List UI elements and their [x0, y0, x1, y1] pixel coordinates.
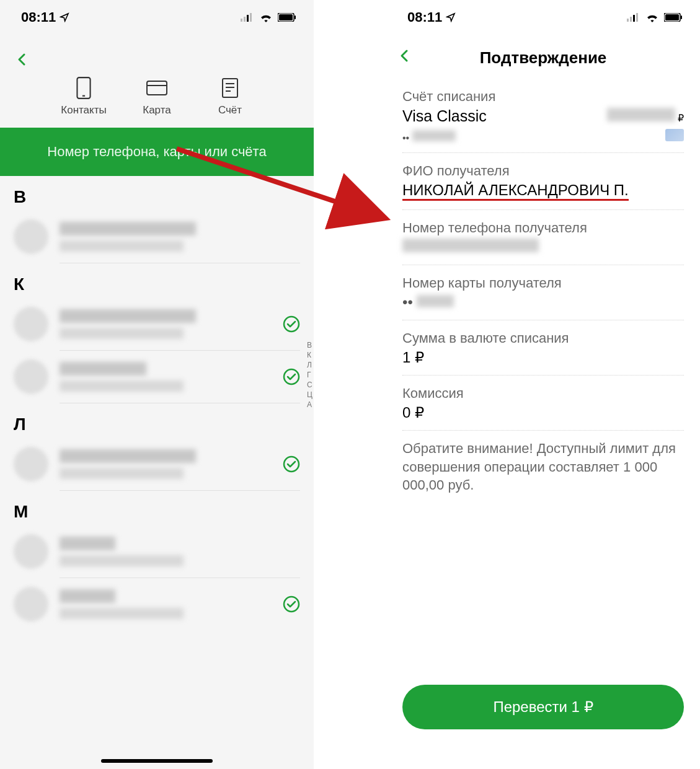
avatar — [14, 447, 48, 481]
contact-row[interactable] — [0, 351, 314, 403]
contact-info — [60, 222, 300, 252]
signal-icon — [627, 13, 640, 22]
contacts-list[interactable]: В К Л — [0, 176, 314, 630]
avatar — [14, 587, 48, 622]
back-button[interactable] — [11, 48, 33, 71]
section-header: Л — [0, 403, 314, 438]
svg-rect-3 — [250, 13, 252, 22]
battery-icon — [664, 13, 683, 22]
field-amount: Сумма в валюте списания 1 ₽ — [402, 320, 684, 376]
transfer-button[interactable]: Перевести 1 ₽ — [402, 685, 684, 729]
field-recipient-name: ФИО получателя НИКОЛАЙ АЛЕКСАНДРОВИЧ П. — [402, 153, 684, 210]
svg-point-18 — [284, 597, 299, 612]
amount-value: 1 ₽ — [402, 349, 684, 366]
field-label: Счёт списания — [402, 89, 684, 105]
field-recipient-card: Номер карты получателя •• — [402, 265, 684, 320]
tab-label: Счёт — [218, 104, 242, 116]
card-thumbnail-icon — [665, 129, 684, 141]
svg-point-17 — [284, 457, 299, 472]
signal-icon — [241, 13, 254, 22]
section-header: В — [0, 176, 314, 211]
tab-label: Карта — [143, 104, 171, 116]
account-name: Visa Classic — [402, 107, 487, 125]
card-icon — [144, 76, 169, 100]
contact-row[interactable] — [0, 298, 314, 350]
recipient-card: •• — [402, 294, 684, 311]
home-indicator[interactable] — [101, 759, 213, 763]
status-time: 08:11 — [21, 9, 69, 25]
section-header: К — [0, 263, 314, 298]
search-input[interactable]: Номер телефона, карты или счёта — [0, 128, 314, 176]
sber-check-icon — [283, 455, 300, 473]
contact-info — [60, 309, 272, 339]
contact-info — [60, 449, 272, 479]
wifi-icon — [259, 12, 273, 22]
field-label: Номер телефона получателя — [402, 220, 684, 236]
field-recipient-phone: Номер телефона получателя — [402, 210, 684, 265]
location-icon — [446, 12, 456, 22]
status-icons — [241, 12, 296, 22]
tab-card[interactable]: Карта — [130, 76, 184, 116]
svg-rect-20 — [630, 17, 632, 22]
contact-info — [60, 362, 272, 392]
svg-point-16 — [284, 369, 299, 384]
svg-rect-6 — [295, 15, 296, 19]
svg-rect-21 — [633, 15, 635, 22]
svg-rect-1 — [244, 17, 246, 22]
svg-rect-19 — [627, 19, 629, 22]
transfer-method-tabs: Контакты Карта Счёт — [0, 35, 314, 123]
screen-contacts: 08:11 Контакты Карта Счёт — [0, 0, 314, 769]
search-placeholder: Номер телефона, карты или счёта — [47, 144, 266, 159]
account-number: •• — [402, 130, 456, 144]
status-time: 08:11 — [407, 9, 456, 25]
document-icon — [218, 76, 242, 100]
confirmation-details: Счёт списания Visa Classic ₽ •• ФИО полу… — [386, 79, 700, 494]
recipient-name: НИКОЛАЙ АЛЕКСАНДРОВИЧ П. — [402, 182, 629, 201]
svg-rect-5 — [279, 14, 293, 20]
sber-check-icon — [283, 595, 300, 613]
status-bar: 08:11 — [386, 0, 700, 35]
screen-confirmation: 08:11 Подтверждение Счёт списания Visa C… — [386, 0, 700, 769]
back-button[interactable] — [397, 48, 412, 66]
field-label: ФИО получателя — [402, 163, 684, 179]
battery-icon — [278, 13, 296, 22]
limit-notice: Обратите внимание! Доступный лимит для с… — [402, 431, 684, 494]
header: Подтверждение — [386, 35, 700, 79]
svg-rect-22 — [636, 13, 638, 22]
avatar — [14, 359, 48, 394]
field-label: Комиссия — [402, 385, 684, 402]
field-label: Сумма в валюте списания — [402, 330, 684, 346]
tab-contacts[interactable]: Контакты — [56, 76, 111, 116]
svg-rect-9 — [147, 81, 167, 95]
page-title: Подтверждение — [480, 48, 607, 68]
section-header: М — [0, 491, 314, 525]
sber-check-icon — [283, 368, 300, 385]
field-fee: Комиссия 0 ₽ — [402, 376, 684, 431]
recipient-phone — [402, 239, 684, 256]
phone-icon — [71, 76, 96, 100]
transfer-button-label: Перевести 1 ₽ — [493, 698, 593, 715]
alpha-index[interactable]: В К Л Г С Ц А — [307, 341, 314, 409]
avatar — [14, 219, 48, 254]
status-icons — [627, 12, 683, 22]
contact-info — [60, 537, 300, 566]
tab-label: Контакты — [61, 104, 106, 116]
contact-row[interactable] — [0, 438, 314, 490]
tab-account[interactable]: Счёт — [203, 76, 257, 116]
status-bar: 08:11 — [0, 0, 314, 35]
svg-point-15 — [284, 317, 299, 332]
svg-rect-24 — [665, 14, 679, 20]
fee-value: 0 ₽ — [402, 404, 684, 421]
contact-row[interactable] — [0, 211, 314, 263]
svg-rect-25 — [681, 15, 682, 19]
sber-check-icon — [283, 315, 300, 333]
field-label: Номер карты получателя — [402, 275, 684, 291]
status-time-text: 08:11 — [21, 9, 56, 25]
avatar — [14, 307, 48, 341]
field-account-from: Счёт списания Visa Classic ₽ •• — [402, 79, 684, 153]
contact-row[interactable] — [0, 525, 314, 578]
contact-row[interactable] — [0, 578, 314, 630]
wifi-icon — [645, 12, 659, 22]
location-icon — [60, 12, 69, 22]
account-balance: ₽ — [607, 108, 684, 124]
